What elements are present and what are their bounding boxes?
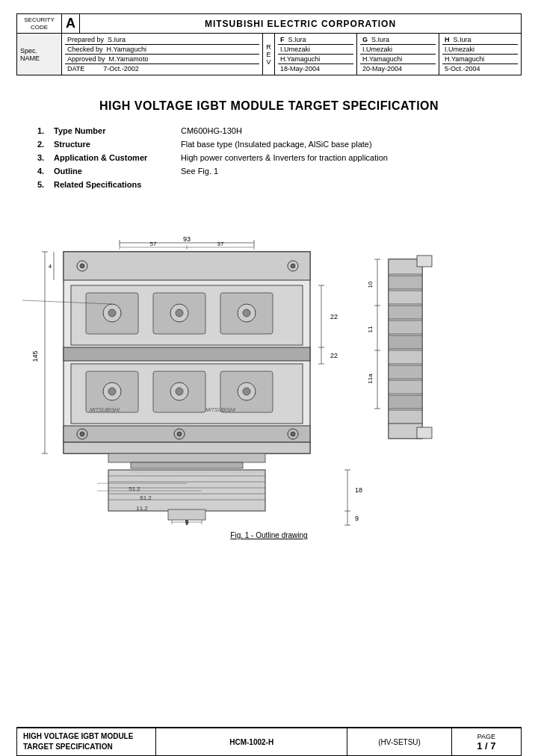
spec-num-1: 1. bbox=[37, 126, 54, 135]
svg-rect-48 bbox=[64, 442, 310, 453]
svg-rect-89 bbox=[389, 320, 422, 334]
spec-num-2: 2. bbox=[37, 140, 54, 149]
svg-point-26 bbox=[176, 309, 183, 317]
company-name: MITSUBISHI ELECTRIC CORPORATION bbox=[80, 14, 522, 34]
spec-label-2: Structure bbox=[54, 140, 181, 149]
svg-rect-91 bbox=[389, 350, 422, 364]
footer-doc-number: HCM-1002-H bbox=[156, 728, 347, 756]
svg-rect-67 bbox=[108, 453, 265, 462]
drawing-area: 93 57 37 4 bbox=[16, 207, 522, 636]
svg-text:9: 9 bbox=[355, 515, 359, 522]
svg-rect-68 bbox=[131, 462, 243, 468]
specs-list: 1. Type Number CM600HG-130H 2. Structure… bbox=[37, 126, 522, 193]
svg-rect-90 bbox=[389, 335, 422, 349]
security-code-label: SECURITY CODE bbox=[17, 14, 62, 34]
svg-point-40 bbox=[243, 388, 250, 395]
svg-rect-87 bbox=[389, 291, 422, 304]
svg-rect-30 bbox=[64, 347, 310, 361]
header-table: SECURITY CODE A MITSUBISHI ELECTRIC CORP… bbox=[16, 13, 522, 75]
svg-point-22 bbox=[108, 309, 116, 317]
spec-item-4: 4. Outline See Fig. 1 bbox=[37, 167, 522, 176]
footer-title: HIGH VOLTAGE IGBT MODULE TARGET SPECIFIC… bbox=[17, 728, 156, 756]
svg-text:MITSUBISHI: MITSUBISHI bbox=[90, 407, 120, 412]
figure-caption: Fig. 1 - Outline drawing bbox=[230, 531, 307, 539]
rev-label: R E V bbox=[263, 34, 275, 75]
f-col-header: F S.Iura I.Umezaki H.Yamaguchi 18-May-20… bbox=[275, 34, 357, 75]
spec-item-5: 5. Related Specifications bbox=[37, 180, 522, 189]
spec-item-2: 2. Structure Flat base type (Insulated p… bbox=[37, 140, 522, 149]
svg-point-37 bbox=[176, 388, 183, 395]
spec-value-2: Flat base type (Insulated package, AlSiC… bbox=[181, 140, 372, 149]
svg-rect-95 bbox=[389, 410, 422, 424]
svg-text:51.2: 51.2 bbox=[129, 486, 140, 492]
svg-text:93: 93 bbox=[183, 235, 191, 243]
spec-label-4: Outline bbox=[54, 167, 181, 176]
drawing-svg-container: 93 57 37 4 bbox=[16, 207, 522, 528]
main-title: HIGH VOLTAGE IGBT MODULE TARGET SPECIFIC… bbox=[16, 99, 522, 113]
svg-rect-1 bbox=[64, 252, 310, 280]
svg-rect-93 bbox=[389, 380, 422, 394]
svg-rect-97 bbox=[417, 255, 432, 267]
spec-item-1: 1. Type Number CM600HG-130H bbox=[37, 126, 522, 135]
spec-name-label: Spec. NAME bbox=[17, 34, 62, 75]
spec-value-3: High power converters & Inverters for tr… bbox=[181, 153, 388, 162]
svg-text:22: 22 bbox=[330, 352, 338, 359]
svg-point-29 bbox=[243, 309, 250, 317]
footer-page-number: 1 / 7 bbox=[458, 740, 515, 752]
svg-rect-94 bbox=[389, 395, 422, 409]
svg-text:4: 4 bbox=[49, 263, 52, 270]
g-col-header: G S.Iura I.Umezaki H.Yamaguchi 20-May-20… bbox=[357, 34, 439, 75]
svg-text:11: 11 bbox=[367, 326, 374, 332]
svg-text:22: 22 bbox=[330, 313, 338, 320]
spec-num-4: 4. bbox=[37, 167, 54, 176]
svg-point-45 bbox=[177, 432, 182, 436]
svg-point-5 bbox=[291, 264, 295, 268]
svg-point-43 bbox=[80, 432, 84, 436]
svg-text:145: 145 bbox=[31, 350, 39, 362]
svg-text:61.2: 61.2 bbox=[140, 495, 152, 501]
spec-num-5: 5. bbox=[37, 180, 54, 189]
svg-point-34 bbox=[108, 388, 116, 395]
spec-label-3: Application & Customer bbox=[54, 153, 181, 162]
spec-num-3: 3. bbox=[37, 153, 54, 162]
svg-rect-88 bbox=[389, 306, 422, 319]
spec-value-1: CM600HG-130H bbox=[181, 126, 242, 135]
svg-text:10: 10 bbox=[367, 281, 374, 288]
header-row-area: Prepared by S.Iura Checked by H.Yamaguch… bbox=[62, 34, 263, 75]
svg-text:MITSUBISHI: MITSUBISHI bbox=[205, 407, 235, 412]
svg-point-47 bbox=[291, 432, 295, 436]
svg-text:57: 57 bbox=[150, 241, 157, 247]
footer-table: HIGH VOLTAGE IGBT MODULE TARGET SPECIFIC… bbox=[16, 727, 522, 756]
svg-text:11.2: 11.2 bbox=[136, 505, 148, 512]
svg-point-3 bbox=[80, 264, 84, 268]
svg-text:11a: 11a bbox=[367, 374, 374, 384]
svg-rect-98 bbox=[417, 427, 432, 439]
svg-rect-41 bbox=[64, 426, 310, 442]
svg-rect-92 bbox=[389, 365, 422, 379]
spec-item-3: 3. Application & Customer High power con… bbox=[37, 153, 522, 162]
svg-rect-86 bbox=[389, 276, 422, 289]
outline-drawing: 93 57 37 4 bbox=[22, 207, 516, 528]
footer-setsu: (HV-SETSU) bbox=[347, 728, 452, 756]
footer-page-label: PAGE bbox=[458, 733, 515, 740]
security-code-value: A bbox=[62, 14, 80, 34]
svg-text:37: 37 bbox=[217, 241, 224, 247]
page: SECURITY CODE A MITSUBISHI ELECTRIC CORP… bbox=[0, 0, 538, 756]
h-col-header: H S.Iura I.Umezaki H.Yamaguchi 5-Oct.-20… bbox=[439, 34, 522, 75]
spec-label-5: Related Specifications bbox=[54, 180, 181, 189]
spec-value-4: See Fig. 1 bbox=[181, 167, 218, 176]
spec-label-1: Type Number bbox=[54, 126, 181, 135]
footer-page: PAGE 1 / 7 bbox=[451, 728, 521, 756]
svg-text:18: 18 bbox=[355, 486, 362, 494]
